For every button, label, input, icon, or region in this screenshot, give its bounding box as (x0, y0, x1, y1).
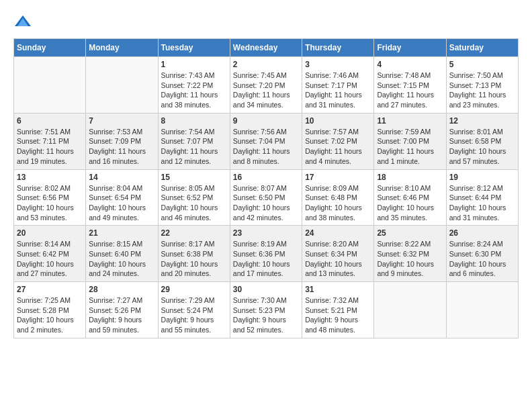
calendar-cell: 7Sunrise: 7:53 AM Sunset: 7:09 PM Daylig… (86, 113, 158, 169)
day-number: 30 (233, 285, 299, 294)
day-info: Sunrise: 7:45 AM Sunset: 7:20 PM Dayligh… (233, 71, 299, 110)
day-info: Sunrise: 7:48 AM Sunset: 7:15 PM Dayligh… (377, 71, 443, 110)
day-number: 5 (449, 60, 515, 69)
day-number: 19 (449, 173, 515, 182)
day-number: 22 (161, 228, 227, 238)
day-number: 27 (17, 285, 83, 294)
day-info: Sunrise: 7:57 AM Sunset: 7:02 PM Dayligh… (305, 127, 371, 167)
calendar-cell: 27Sunrise: 7:25 AM Sunset: 5:28 PM Dayli… (14, 282, 86, 338)
calendar-cell: 10Sunrise: 7:57 AM Sunset: 7:02 PM Dayli… (302, 113, 374, 169)
day-info: Sunrise: 7:51 AM Sunset: 7:11 PM Dayligh… (17, 127, 83, 167)
day-number: 10 (305, 116, 371, 126)
calendar-cell: 9Sunrise: 7:56 AM Sunset: 7:04 PM Daylig… (230, 113, 302, 169)
day-number: 26 (449, 228, 515, 238)
weekday-header: Saturday (446, 39, 518, 57)
day-info: Sunrise: 8:05 AM Sunset: 6:52 PM Dayligh… (161, 183, 227, 223)
calendar-week-row: 20Sunrise: 8:14 AM Sunset: 6:42 PM Dayli… (14, 226, 519, 282)
day-info: Sunrise: 8:19 AM Sunset: 6:36 PM Dayligh… (233, 239, 299, 279)
calendar-cell: 13Sunrise: 8:02 AM Sunset: 6:56 PM Dayli… (14, 169, 86, 226)
calendar-cell: 15Sunrise: 8:05 AM Sunset: 6:52 PM Dayli… (158, 169, 230, 226)
day-number: 15 (161, 173, 227, 182)
calendar-cell: 18Sunrise: 8:10 AM Sunset: 6:46 PM Dayli… (374, 169, 446, 226)
page-header (13, 13, 519, 28)
calendar-cell: 29Sunrise: 7:29 AM Sunset: 5:24 PM Dayli… (158, 282, 230, 338)
weekday-header: Monday (86, 39, 158, 57)
day-info: Sunrise: 8:01 AM Sunset: 6:58 PM Dayligh… (449, 127, 515, 167)
calendar-cell: 19Sunrise: 8:12 AM Sunset: 6:44 PM Dayli… (446, 169, 518, 226)
calendar-cell: 8Sunrise: 7:54 AM Sunset: 7:07 PM Daylig… (158, 113, 230, 169)
day-number: 23 (233, 228, 299, 238)
day-info: Sunrise: 7:56 AM Sunset: 7:04 PM Dayligh… (233, 127, 299, 167)
day-number: 31 (305, 285, 371, 294)
day-number: 17 (305, 173, 371, 182)
day-number: 29 (161, 285, 227, 294)
day-info: Sunrise: 7:32 AM Sunset: 5:21 PM Dayligh… (305, 295, 371, 335)
day-number: 8 (161, 116, 227, 126)
calendar-cell: 20Sunrise: 8:14 AM Sunset: 6:42 PM Dayli… (14, 226, 86, 282)
day-number: 13 (17, 173, 83, 182)
calendar-cell: 22Sunrise: 8:17 AM Sunset: 6:38 PM Dayli… (158, 226, 230, 282)
weekday-header: Tuesday (158, 39, 230, 57)
day-info: Sunrise: 7:27 AM Sunset: 5:26 PM Dayligh… (89, 295, 154, 335)
logo (13, 13, 35, 28)
calendar-cell: 16Sunrise: 8:07 AM Sunset: 6:50 PM Dayli… (230, 169, 302, 226)
day-info: Sunrise: 8:14 AM Sunset: 6:42 PM Dayligh… (17, 239, 83, 279)
calendar-cell: 25Sunrise: 8:22 AM Sunset: 6:32 PM Dayli… (374, 226, 446, 282)
day-info: Sunrise: 8:24 AM Sunset: 6:30 PM Dayligh… (449, 239, 515, 279)
day-info: Sunrise: 7:50 AM Sunset: 7:13 PM Dayligh… (449, 71, 515, 110)
day-info: Sunrise: 7:59 AM Sunset: 7:00 PM Dayligh… (377, 127, 443, 167)
day-info: Sunrise: 8:12 AM Sunset: 6:44 PM Dayligh… (449, 183, 515, 223)
day-number: 28 (89, 285, 154, 294)
calendar-cell: 5Sunrise: 7:50 AM Sunset: 7:13 PM Daylig… (446, 57, 518, 113)
calendar-header-row: SundayMondayTuesdayWednesdayThursdayFrid… (14, 39, 519, 57)
calendar-cell (86, 57, 158, 113)
day-info: Sunrise: 8:10 AM Sunset: 6:46 PM Dayligh… (377, 183, 443, 223)
calendar-table: SundayMondayTuesdayWednesdayThursdayFrid… (13, 38, 519, 338)
day-number: 11 (377, 116, 443, 126)
weekday-header: Wednesday (230, 39, 302, 57)
calendar-cell: 17Sunrise: 8:09 AM Sunset: 6:48 PM Dayli… (302, 169, 374, 226)
calendar-cell: 11Sunrise: 7:59 AM Sunset: 7:00 PM Dayli… (374, 113, 446, 169)
calendar-week-row: 1Sunrise: 7:43 AM Sunset: 7:22 PM Daylig… (14, 57, 519, 113)
day-info: Sunrise: 8:17 AM Sunset: 6:38 PM Dayligh… (161, 239, 227, 279)
day-number: 20 (17, 228, 83, 238)
day-info: Sunrise: 7:53 AM Sunset: 7:09 PM Dayligh… (89, 127, 154, 167)
day-number: 12 (449, 116, 515, 126)
calendar-week-row: 27Sunrise: 7:25 AM Sunset: 5:28 PM Dayli… (14, 282, 519, 338)
logo-icon (13, 14, 32, 28)
weekday-header: Friday (374, 39, 446, 57)
day-info: Sunrise: 8:20 AM Sunset: 6:34 PM Dayligh… (305, 239, 371, 279)
day-info: Sunrise: 7:54 AM Sunset: 7:07 PM Dayligh… (161, 127, 227, 167)
calendar-cell (446, 282, 518, 338)
day-number: 3 (305, 60, 371, 69)
day-number: 16 (233, 173, 299, 182)
day-info: Sunrise: 8:04 AM Sunset: 6:54 PM Dayligh… (89, 183, 154, 223)
calendar-cell: 12Sunrise: 8:01 AM Sunset: 6:58 PM Dayli… (446, 113, 518, 169)
calendar-cell (14, 57, 86, 113)
calendar-cell: 1Sunrise: 7:43 AM Sunset: 7:22 PM Daylig… (158, 57, 230, 113)
calendar-cell: 28Sunrise: 7:27 AM Sunset: 5:26 PM Dayli… (86, 282, 158, 338)
calendar-cell: 31Sunrise: 7:32 AM Sunset: 5:21 PM Dayli… (302, 282, 374, 338)
calendar-cell: 4Sunrise: 7:48 AM Sunset: 7:15 PM Daylig… (374, 57, 446, 113)
calendar-cell: 26Sunrise: 8:24 AM Sunset: 6:30 PM Dayli… (446, 226, 518, 282)
calendar-cell: 6Sunrise: 7:51 AM Sunset: 7:11 PM Daylig… (14, 113, 86, 169)
weekday-header: Sunday (14, 39, 86, 57)
day-number: 2 (233, 60, 299, 69)
calendar-cell (374, 282, 446, 338)
day-number: 6 (17, 116, 83, 126)
day-info: Sunrise: 8:09 AM Sunset: 6:48 PM Dayligh… (305, 183, 371, 223)
day-info: Sunrise: 8:15 AM Sunset: 6:40 PM Dayligh… (89, 239, 154, 279)
day-info: Sunrise: 7:29 AM Sunset: 5:24 PM Dayligh… (161, 295, 227, 335)
calendar-cell: 2Sunrise: 7:45 AM Sunset: 7:20 PM Daylig… (230, 57, 302, 113)
weekday-header: Thursday (302, 39, 374, 57)
calendar-cell: 24Sunrise: 8:20 AM Sunset: 6:34 PM Dayli… (302, 226, 374, 282)
day-info: Sunrise: 7:46 AM Sunset: 7:17 PM Dayligh… (305, 71, 371, 110)
day-info: Sunrise: 8:07 AM Sunset: 6:50 PM Dayligh… (233, 183, 299, 223)
day-number: 1 (161, 60, 227, 69)
day-info: Sunrise: 8:22 AM Sunset: 6:32 PM Dayligh… (377, 239, 443, 279)
day-number: 25 (377, 228, 443, 238)
calendar-cell: 21Sunrise: 8:15 AM Sunset: 6:40 PM Dayli… (86, 226, 158, 282)
calendar-week-row: 13Sunrise: 8:02 AM Sunset: 6:56 PM Dayli… (14, 169, 519, 226)
day-info: Sunrise: 8:02 AM Sunset: 6:56 PM Dayligh… (17, 183, 83, 223)
day-number: 9 (233, 116, 299, 126)
